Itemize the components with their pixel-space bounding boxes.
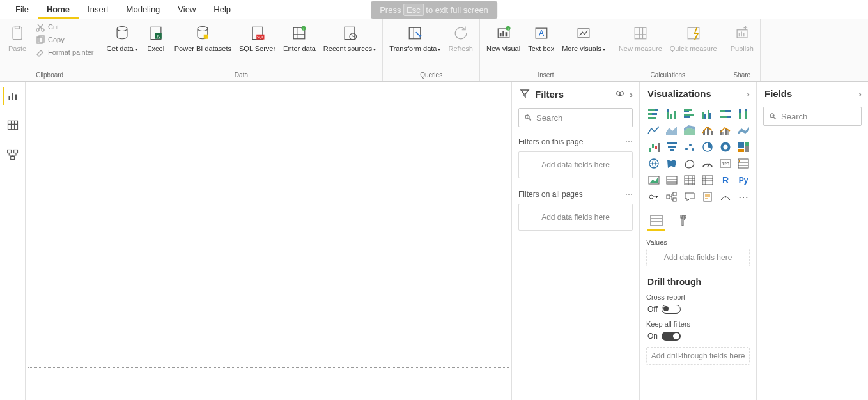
py-visual-icon[interactable]: Py [736,173,751,187]
card-icon[interactable]: 123 [718,157,733,171]
drill-through-drop[interactable]: Add drill-through fields here [646,347,750,365]
line-clustered-column-icon[interactable] [718,123,733,137]
kpi-icon[interactable] [646,173,662,187]
ribbon-chart-icon[interactable] [736,123,751,137]
waterfall-icon[interactable] [646,140,662,154]
tab-insert[interactable]: Insert [79,0,118,19]
drill-through-title: Drill through [640,272,756,289]
slicer-icon[interactable] [664,173,679,187]
text-box-button[interactable]: A Text box [525,22,557,54]
tab-help[interactable]: Help [205,0,240,19]
nav-report-view[interactable] [3,87,20,105]
svg-rect-63 [725,110,731,112]
more-visual-icon[interactable]: ⋯ [736,190,751,204]
gauge-icon[interactable] [700,157,715,171]
keep-filters-toggle[interactable] [662,332,681,341]
pbi-datasets-button[interactable]: Power BI datasets [172,22,234,54]
filters-search[interactable]: 🔍︎ Search [518,108,633,127]
values-drop[interactable]: Add data fields here [646,249,750,266]
scatter-icon[interactable] [682,140,697,154]
paginated-icon[interactable] [700,190,715,204]
eye-icon[interactable] [616,89,624,100]
svg-rect-82 [668,146,676,148]
svg-rect-100 [739,160,740,162]
enter-data-button[interactable]: + Enter data [281,22,318,54]
sql-server-button[interactable]: SQL SQL Server [236,22,278,54]
svg-rect-60 [708,110,709,119]
new-measure-icon [630,23,651,43]
filled-map-icon[interactable] [664,157,679,171]
filters-on-all-label: Filters on all pages [518,190,583,199]
clustered-bar-icon[interactable] [682,107,697,121]
stacked-area-icon[interactable] [682,123,697,137]
table-icon[interactable] [682,173,697,187]
svg-rect-111 [673,198,676,201]
cross-report-toggle[interactable] [662,305,681,314]
svg-rect-72 [711,131,713,135]
svg-rect-45 [648,109,655,111]
pie-icon[interactable] [700,140,715,154]
refresh-button[interactable]: Refresh [446,22,476,54]
r-visual-icon[interactable]: R [718,173,733,187]
format-tab-button[interactable] [674,213,692,228]
paste-button[interactable]: Paste [4,22,31,54]
chevron-right-icon[interactable]: › [858,88,862,99]
line-stacked-column-icon[interactable] [700,123,715,137]
more-icon[interactable]: ⋯ [625,190,633,199]
filters-all-drop[interactable]: Add data fields here [518,204,633,231]
report-canvas[interactable] [26,82,511,400]
tab-view[interactable]: View [169,0,205,19]
svg-rect-61 [709,113,711,119]
cut-button[interactable]: Cut [33,22,96,33]
more-icon[interactable]: ⋯ [625,137,633,146]
quick-measure-button[interactable]: Quick measure [667,22,720,54]
decomposition-tree-icon[interactable] [664,190,679,204]
line-chart-icon[interactable] [646,123,662,137]
cut-icon [35,22,45,33]
enter-data-icon: + [289,23,309,43]
paste-icon [7,23,27,43]
qa-visual-icon[interactable] [682,190,697,204]
excel-button[interactable]: X Excel [143,22,169,54]
filters-page-drop[interactable]: Add data fields here [518,151,633,178]
new-measure-button[interactable]: New measure [616,22,665,54]
arcgis-icon[interactable] [718,190,733,204]
nav-model-view[interactable] [4,146,22,164]
area-chart-icon[interactable] [664,123,679,137]
tab-file[interactable]: File [6,0,38,19]
fields-tab-button[interactable] [647,213,665,228]
stacked-column-icon[interactable] [664,107,679,121]
publish-button[interactable]: Publish [728,22,756,54]
treemap-icon[interactable] [736,140,751,154]
copy-button[interactable]: Copy [33,35,96,46]
svg-rect-51 [667,109,669,112]
svg-rect-80 [658,143,660,152]
funnel-icon[interactable] [664,140,679,154]
fields-search[interactable]: 🔍︎ Search [763,107,862,126]
excel-icon: X [146,23,166,43]
transform-data-button[interactable]: Transform data▾ [387,22,443,54]
fields-title: Fields [764,88,792,99]
map-icon[interactable] [646,157,662,171]
chevron-right-icon[interactable]: › [630,89,633,100]
more-visuals-button[interactable]: More visuals▾ [559,22,608,54]
format-painter-icon [35,48,45,58]
tab-modeling[interactable]: Modeling [118,0,169,19]
stacked-bar-icon[interactable] [646,107,662,121]
hundred-bar-icon[interactable] [718,107,733,121]
format-painter-button[interactable]: Format painter [33,47,96,59]
recent-sources-button[interactable]: Recent sources▾ [321,22,378,54]
multi-row-card-icon[interactable] [736,157,751,171]
tab-home[interactable]: Home [38,0,79,19]
donut-icon[interactable] [718,140,733,154]
shape-map-icon[interactable] [682,157,697,171]
hundred-column-icon[interactable] [736,107,751,121]
chevron-right-icon[interactable]: › [747,88,750,99]
matrix-icon[interactable] [700,173,715,187]
new-visual-button[interactable]: + New visual [484,22,523,54]
key-influencers-icon[interactable] [646,190,662,204]
get-data-button[interactable]: Get data▾ [104,22,140,54]
nav-data-view[interactable] [4,116,22,134]
sql-icon: SQL [247,23,268,43]
clustered-column-icon[interactable] [700,107,715,121]
